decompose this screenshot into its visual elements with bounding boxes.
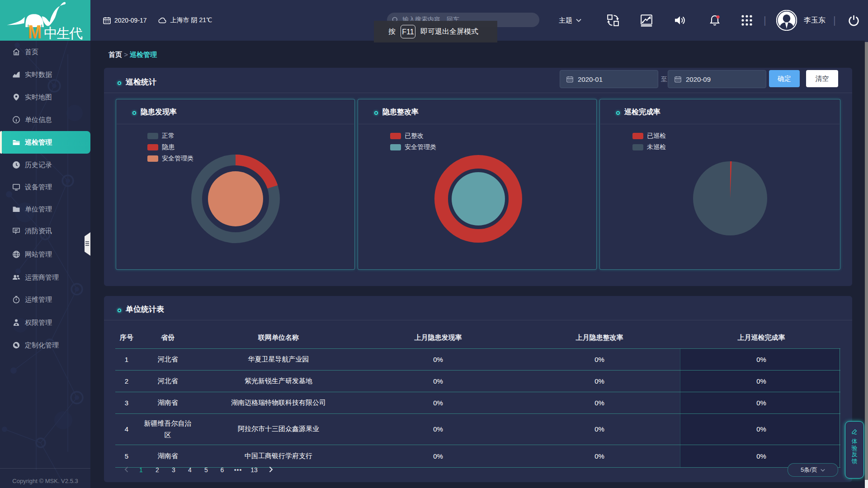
svg-text:M: M <box>28 21 42 41</box>
svg-text:中生代: 中生代 <box>44 26 83 41</box>
